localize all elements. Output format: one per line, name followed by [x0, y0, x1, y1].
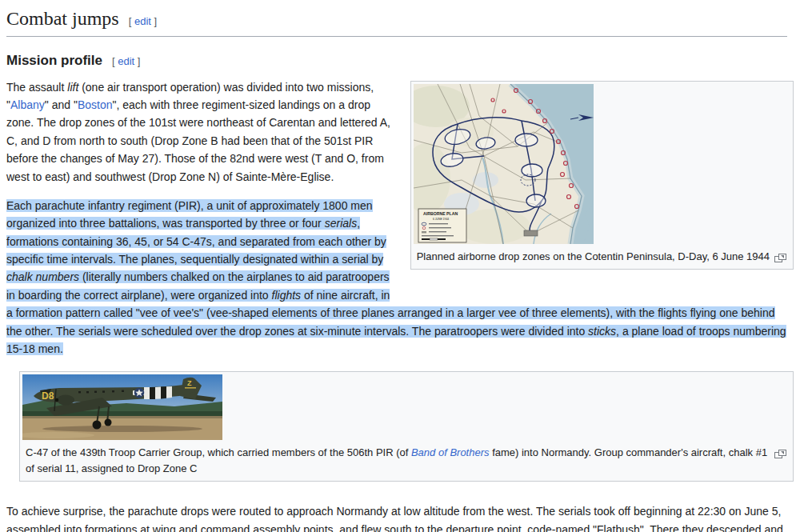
bracket: [	[129, 15, 132, 27]
svg-text:Z: Z	[187, 379, 192, 387]
subsection-title: Mission profile	[6, 53, 102, 68]
map-caption: Planned airborne drop zones on the Coten…	[414, 244, 790, 267]
wiki-link[interactable]: Albany	[10, 98, 45, 111]
plane-image[interactable]: D8 Z	[22, 374, 222, 440]
text-segment: To achieve surprise, the parachute drops…	[6, 505, 783, 532]
text-segment: lift	[67, 81, 78, 94]
edit-link[interactable]: edit	[134, 15, 151, 27]
article-content: Combat jumps[ edit ] Mission profile[ ed…	[0, 0, 794, 532]
subsection-heading-mission-profile: Mission profile[ edit ]	[6, 50, 794, 71]
edit-section: [ edit ]	[129, 15, 157, 27]
magnify-icon[interactable]	[774, 251, 786, 267]
text-segment: flights	[272, 289, 302, 302]
text-segment: The assault	[6, 81, 67, 94]
section-title: Combat jumps	[6, 8, 119, 29]
plane-thumbnail[interactable]: D8 Z C-47 of the 439th Troop Carrier Gro…	[19, 371, 794, 482]
bracket: ]	[138, 55, 141, 67]
wiki-link[interactable]: Boston	[78, 98, 113, 111]
plane-caption-text: C-47 of the 439th Troop Carrier Group, w…	[26, 446, 767, 474]
bracket: ]	[154, 15, 158, 27]
text-segment: Each parachute infantry regiment (PIR), …	[6, 199, 373, 230]
text-segment: sticks	[588, 325, 616, 338]
bracket: [	[112, 55, 115, 67]
wiki-link[interactable]: Band of Brothers	[411, 446, 490, 458]
edit-link[interactable]: edit	[118, 55, 134, 67]
text-segment: C-47 of the 439th Troop Carrier Group, w…	[26, 446, 411, 458]
magnify-icon[interactable]	[774, 447, 786, 463]
text-segment: " and "	[45, 98, 78, 111]
plane-drawing: D8 Z	[22, 374, 222, 440]
text-segment: chalk numbers	[6, 270, 79, 283]
text-segment: serials	[325, 217, 357, 230]
map-caption-text: Planned airborne drop zones on the Coten…	[417, 250, 770, 262]
svg-text:D8: D8	[42, 390, 54, 402]
edit-section: [ edit ]	[112, 55, 140, 67]
map-thumbnail[interactable]: AIRBORNE PLAN 6 JUNE 1944	[410, 81, 794, 270]
svg-text:6 JUNE 1944: 6 JUNE 1944	[433, 218, 449, 221]
plane-caption: C-47 of the 439th Troop Carrier Group, w…	[22, 440, 790, 478]
map-drawing: AIRBORNE PLAN 6 JUNE 1944	[414, 84, 594, 244]
section-heading-combat-jumps: Combat jumps[ edit ]	[6, 2, 787, 37]
map-image[interactable]: AIRBORNE PLAN 6 JUNE 1944	[414, 84, 594, 244]
svg-text:AIRBORNE PLAN: AIRBORNE PLAN	[423, 211, 458, 216]
